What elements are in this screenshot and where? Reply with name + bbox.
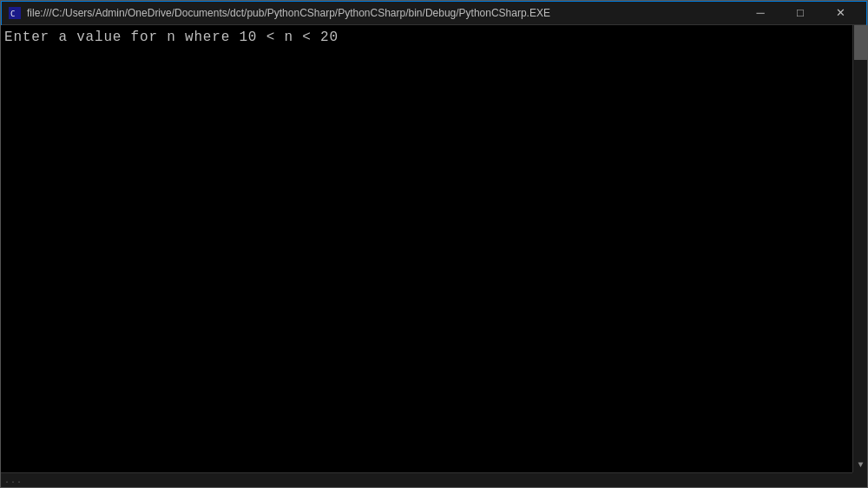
window-controls: ─ □ ✕	[740, 1, 860, 25]
vertical-scrollbar[interactable]	[852, 25, 867, 487]
console-body[interactable]: Enter a value for n where 10 < n < 20 ..…	[1, 25, 867, 487]
maximize-button[interactable]: □	[780, 1, 820, 25]
scrollbar-thumb[interactable]	[854, 25, 867, 60]
horizontal-scrollbar[interactable]: ...	[1, 472, 852, 487]
console-output-line: Enter a value for n where 10 < n < 20	[4, 29, 864, 47]
title-bar: C file:///C:/Users/Admin/OneDrive/Docume…	[1, 1, 867, 25]
console-window: C file:///C:/Users/Admin/OneDrive/Docume…	[0, 0, 868, 488]
minimize-button[interactable]: ─	[740, 1, 780, 25]
window-title: file:///C:/Users/Admin/OneDrive/Document…	[27, 7, 740, 19]
scroll-down-arrow[interactable]: ▼	[854, 458, 867, 472]
app-icon: C	[8, 6, 22, 20]
close-button[interactable]: ✕	[820, 1, 860, 25]
scrollbar-dots: ...	[4, 476, 23, 485]
svg-text:C: C	[10, 10, 15, 18]
scrollbar-corner	[852, 472, 867, 487]
